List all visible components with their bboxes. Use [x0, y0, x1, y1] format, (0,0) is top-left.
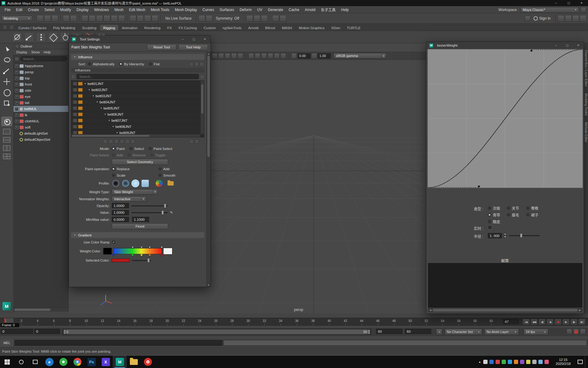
outliner-search-input[interactable]	[20, 56, 67, 61]
shelf-tab-animation[interactable]: Animation	[119, 25, 141, 31]
tool-settings-scrollbar[interactable]: ▲ ▼	[206, 52, 210, 287]
min-value-field[interactable]: 0.0000	[112, 217, 129, 222]
timeline-ticks[interactable]: 0246810121416182022242628303234363840424…	[0, 318, 499, 325]
menu-edit[interactable]: Edit	[13, 8, 25, 12]
go-to-start-button[interactable]: |◀	[522, 319, 530, 325]
window-title-bar[interactable]: M Autodesk Maya 2018: D:\projects\教程\May…	[0, 0, 588, 6]
type-option-skirt[interactable]: 裙子	[526, 212, 538, 217]
type-option-eyelid[interactable]: 眼皮	[488, 219, 500, 224]
color-ramp[interactable]	[113, 248, 162, 254]
tray-icon[interactable]	[496, 360, 500, 364]
paint-toggle-icon[interactable]	[73, 100, 77, 104]
ramp-stop-handle[interactable]	[132, 246, 134, 248]
menu-surfaces[interactable]: Surfaces	[217, 8, 237, 12]
pencil-icon[interactable]: ✎	[170, 210, 173, 215]
outliner-header[interactable]: Outliner	[13, 43, 68, 49]
influence-row[interactable]: ▼belt06JNT	[71, 111, 204, 117]
animation-start-field[interactable]: 0	[1, 329, 33, 334]
outliner-horizontal-scrollbar[interactable]	[13, 308, 68, 312]
animation-preferences-icon[interactable]	[580, 329, 586, 334]
use-all-lights-icon[interactable]	[268, 53, 273, 59]
taskbar-app-photoshop[interactable]: Ps	[85, 356, 99, 368]
shelf-tab-poly-modeling[interactable]: Poly Modeling	[50, 25, 78, 31]
influence-list-hscroll[interactable]	[71, 134, 200, 137]
influence-row[interactable]: ▼belt03JNT	[71, 93, 204, 99]
ramp-stop-handle[interactable]	[141, 246, 142, 248]
operation-replace-radio[interactable]	[112, 167, 115, 171]
outliner-item[interactable]: +tail	[13, 100, 68, 106]
render-settings-icon[interactable]	[261, 15, 268, 22]
render-icon[interactable]	[246, 15, 253, 22]
weight-color-white-swatch[interactable]	[163, 248, 172, 255]
menu-file[interactable]: File	[2, 8, 13, 12]
type-option-brow[interactable]: 眉毛	[507, 212, 519, 217]
influence-search-input[interactable]	[77, 74, 199, 79]
redo-icon[interactable]	[70, 15, 77, 22]
show-desktop-button[interactable]	[585, 356, 587, 368]
sort-by-hierarchy-radio[interactable]	[119, 62, 123, 66]
bezier-curve-editor[interactable]	[428, 49, 583, 188]
close-icon[interactable]: ✕	[199, 36, 210, 43]
selected-color-swatch[interactable]	[112, 259, 130, 262]
paint-toggle-icon[interactable]	[73, 119, 77, 122]
lighting-icon[interactable]	[218, 53, 224, 59]
sort-ascending-icon[interactable]	[189, 62, 194, 66]
tab-modeling-toolkit[interactable]: Modeling Toolkit	[584, 94, 588, 116]
current-time-field[interactable]: 47	[503, 319, 519, 324]
sort-alphabetically-radio[interactable]	[88, 62, 91, 66]
go-to-end-button[interactable]: ▶|	[578, 319, 586, 325]
outliner-menu-display[interactable]: Display	[16, 50, 27, 54]
expand-icon[interactable]: +	[15, 95, 18, 98]
expand-icon[interactable]: +	[15, 120, 18, 123]
outliner-item[interactable]: +soft	[13, 124, 68, 130]
shelf-tab-fx-caching[interactable]: FX Caching	[175, 25, 200, 31]
menu-set-selector[interactable]: Modeling ▼	[2, 16, 32, 21]
shelf-tab-mash[interactable]: MASH	[279, 25, 295, 31]
ramp-stop-marker[interactable]	[140, 254, 142, 256]
paint-toggle-icon[interactable]	[73, 88, 77, 92]
select-by-object-icon[interactable]	[89, 15, 96, 22]
undo-icon[interactable]	[63, 15, 70, 22]
expand-icon[interactable]: +	[15, 126, 18, 129]
paint-skin-weights-tool-active[interactable]	[2, 117, 12, 126]
textured-icon[interactable]	[261, 53, 267, 59]
shelf-tab-custom[interactable]: Custom	[201, 25, 219, 31]
expand-icon[interactable]: +	[15, 64, 18, 68]
menu-windows[interactable]: Windows	[91, 8, 112, 12]
menu-deform[interactable]: Deform	[237, 8, 254, 12]
construction-history-icon[interactable]	[198, 15, 205, 22]
menu-mesh[interactable]: Mesh	[112, 8, 126, 12]
weight-color-black-swatch[interactable]	[103, 248, 112, 255]
range-slider-bar[interactable]: 0 60	[63, 329, 370, 334]
command-line-input[interactable]	[15, 340, 222, 346]
paint-selection-tool[interactable]	[2, 66, 12, 75]
select-tool[interactable]	[2, 45, 12, 54]
outliner-item[interactable]: +persp	[13, 69, 68, 75]
outliner-menu-help[interactable]: Help	[44, 50, 51, 54]
select-geometry-button[interactable]: Select Geometry	[112, 159, 168, 165]
tray-icon[interactable]	[538, 360, 543, 364]
tray-icon[interactable]	[489, 360, 494, 364]
type-option-joint[interactable]: 关节	[507, 205, 519, 211]
brush-gaussian-icon[interactable]	[112, 179, 120, 187]
copy-weights-icon[interactable]	[103, 139, 107, 144]
bezier-weight-title-bar[interactable]: M bezierWeight ─ ▢ ✕	[426, 42, 584, 49]
panel-menu-icon[interactable]	[15, 44, 19, 48]
playback-start-field[interactable]: 0	[34, 329, 60, 334]
influence-list-vscroll[interactable]	[200, 81, 204, 134]
value-field[interactable]: 1.0000	[112, 210, 129, 215]
shelf-tab-arnold[interactable]: Arnold	[245, 25, 262, 31]
paint-toggle-icon[interactable]	[73, 125, 77, 128]
scale-tool[interactable]	[2, 98, 12, 108]
workspace-options-icon[interactable]	[581, 7, 586, 13]
joint-color-swatch[interactable]	[78, 88, 83, 92]
scrollbar-thumb[interactable]	[207, 56, 210, 157]
layout-single-pane-button[interactable]	[3, 129, 10, 134]
sidebar-modeling-toolkit-icon[interactable]	[580, 15, 586, 22]
lock-selection-icon[interactable]	[111, 15, 118, 22]
close-button[interactable]: ✕	[575, 0, 588, 6]
command-language-toggle[interactable]: MEL	[0, 339, 14, 347]
skeleton-icon[interactable]	[36, 32, 46, 42]
detail-view-icon[interactable]	[200, 62, 204, 66]
move-weights-icon[interactable]	[120, 139, 124, 144]
